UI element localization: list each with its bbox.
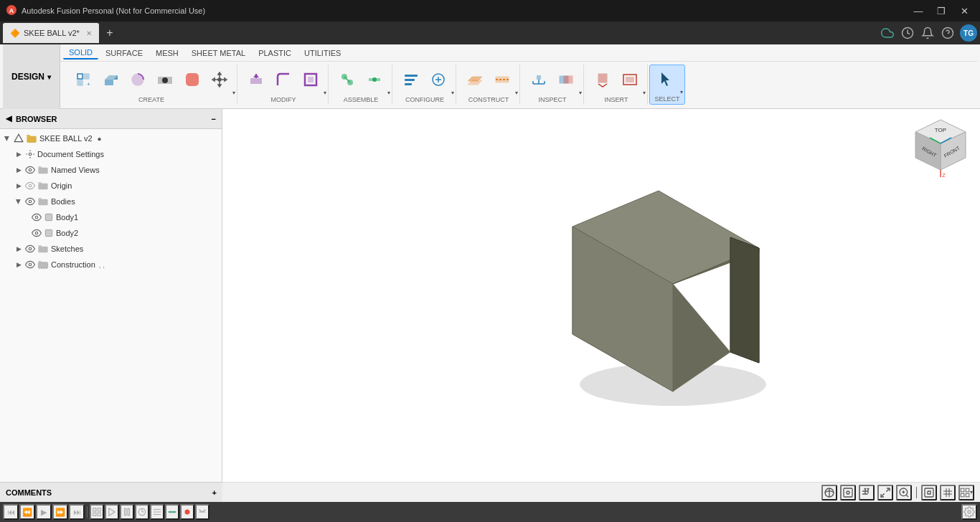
notifications-icon[interactable]	[920, 25, 936, 41]
offset-plane-button[interactable]	[462, 64, 488, 95]
extrude-button[interactable]	[98, 64, 123, 95]
grid-button[interactable]	[940, 485, 956, 500]
joint-origin-button[interactable]	[362, 64, 387, 95]
timeline-btn-2[interactable]	[105, 504, 119, 520]
insert-derive-button[interactable]	[590, 64, 616, 95]
fit-button[interactable]	[877, 485, 893, 500]
modify-dropdown-arrow[interactable]: ▾	[324, 90, 326, 96]
design-button[interactable]: DESIGN ▾	[3, 44, 60, 109]
inspect-dropdown-arrow[interactable]: ▾	[579, 90, 582, 96]
pan-button[interactable]	[859, 485, 875, 500]
configure-dropdown-arrow[interactable]: ▾	[451, 90, 454, 96]
more-display-button[interactable]: ▾	[958, 485, 974, 500]
active-tab[interactable]: 🔶 SKEE BALL v2* ✕	[3, 23, 99, 43]
tab-utilities[interactable]: UTILITIES	[298, 47, 347, 59]
history-icon[interactable]	[900, 25, 915, 41]
tab-sheet-metal[interactable]: SHEET METAL	[186, 47, 251, 59]
comments-bar[interactable]: COMMENTS +	[0, 482, 222, 502]
tree-item-bodies[interactable]: ▶ Bodies	[0, 194, 222, 209]
orbit-button[interactable]	[821, 485, 837, 500]
revolve-button[interactable]	[125, 64, 151, 95]
timeline-btn-1[interactable]	[90, 504, 104, 520]
browser-collapse-icon[interactable]: ◀	[6, 114, 11, 123]
measure-button[interactable]	[526, 64, 552, 95]
look-at-button[interactable]	[840, 485, 856, 500]
modify-group: MODIFY ▾	[239, 65, 329, 105]
settings-button[interactable]	[961, 504, 977, 520]
interference-button[interactable]	[553, 64, 579, 95]
fillet-button[interactable]	[179, 64, 205, 95]
tab-close-icon[interactable]: ✕	[86, 29, 92, 37]
tree-item-root[interactable]: ▶ SKEE BALL v2 ●	[0, 130, 222, 146]
display-mode-button[interactable]	[921, 485, 937, 500]
tree-item-doc-settings[interactable]: ▶ Document Settings	[0, 146, 222, 162]
canvas-button[interactable]	[617, 64, 643, 95]
construct-group: CONSTRUCT ▾	[458, 65, 520, 105]
timeline-btn-4[interactable]	[135, 504, 149, 520]
tab-mesh[interactable]: MESH	[150, 47, 184, 59]
tree-item-sketches[interactable]: ▶ Sketches	[0, 241, 222, 257]
next-frame-button[interactable]: ⏩	[52, 504, 68, 520]
timeline-btn-5[interactable]	[150, 504, 164, 520]
comments-add-icon[interactable]: +	[212, 488, 217, 497]
change-param-icon	[430, 71, 447, 88]
tree-item-body2[interactable]: Body2	[0, 225, 222, 241]
timeline-btn-7[interactable]	[180, 504, 194, 520]
new-component-button[interactable]: +	[70, 64, 96, 95]
cloud-icon[interactable]	[880, 25, 895, 41]
viewport[interactable]: TOP FRONT RIGHT Z	[222, 109, 980, 482]
nav-cube-container[interactable]: TOP FRONT RIGHT Z	[908, 116, 973, 182]
assemble-label: ASSEMBLE	[344, 96, 379, 103]
insert-dropdown-arrow[interactable]: ▾	[643, 90, 646, 96]
browser-minus-icon[interactable]: −	[212, 115, 216, 123]
tree-item-origin[interactable]: ▶ Origin	[0, 178, 222, 194]
svg-marker-20	[253, 74, 259, 77]
timeline-btn-8[interactable]	[195, 504, 209, 520]
tree-item-construction[interactable]: ▶ Construction , ,	[0, 257, 222, 272]
create-dropdown-arrow[interactable]: ▾	[232, 90, 235, 96]
browser-header[interactable]: ◀ BROWSER −	[0, 109, 222, 129]
parameters-button[interactable]	[398, 64, 424, 95]
svg-marker-104	[109, 508, 115, 516]
arrow-right-sketches-icon: ▶	[14, 245, 23, 253]
first-frame-button[interactable]: ⏮	[3, 504, 19, 520]
hole-button[interactable]	[152, 64, 178, 95]
svg-rect-48	[27, 136, 36, 143]
assemble-dropdown-arrow[interactable]: ▾	[387, 90, 390, 96]
select-button[interactable]	[654, 64, 680, 95]
shell-button[interactable]	[298, 64, 324, 95]
folder-sketches-icon	[37, 244, 49, 254]
construct-dropdown-arrow[interactable]: ▾	[515, 90, 518, 96]
tree-item-body1[interactable]: Body1	[0, 209, 222, 225]
midplane-button[interactable]	[489, 64, 515, 95]
restore-button[interactable]: ❐	[931, 4, 951, 18]
timeline-btn-3[interactable]	[120, 504, 134, 520]
tab-solid[interactable]: SOLID	[63, 47, 98, 60]
gear-icon	[25, 149, 35, 159]
change-param-button[interactable]	[425, 64, 451, 95]
close-button[interactable]: ✕	[954, 4, 974, 18]
prev-frame-button[interactable]: ⏪	[19, 504, 35, 520]
svg-rect-99	[966, 493, 969, 497]
tab-surface[interactable]: SURFACE	[100, 47, 149, 59]
last-frame-button[interactable]: ⏭	[69, 504, 85, 520]
timeline-btn-6[interactable]	[165, 504, 179, 520]
user-avatar[interactable]: TG	[960, 24, 977, 42]
nav-cube[interactable]: TOP FRONT RIGHT Z	[908, 116, 973, 181]
new-joint-button[interactable]	[334, 64, 360, 95]
tab-plastic[interactable]: PLASTIC	[253, 47, 297, 59]
play-button[interactable]: ▶	[36, 504, 52, 520]
arrow-right-doc-icon: ▶	[14, 150, 23, 158]
press-pull-button[interactable]	[243, 64, 269, 95]
select-dropdown-arrow[interactable]: ▾	[680, 89, 683, 95]
add-tab-button[interactable]: +	[102, 25, 118, 41]
move-button[interactable]	[207, 64, 232, 95]
minimize-button[interactable]: —	[908, 4, 928, 18]
fillet-modify-button[interactable]	[270, 64, 296, 95]
browser-panel: ◀ BROWSER − ▶ SKEE BALL v2 ● ▶ Document …	[0, 109, 222, 482]
tree-label-root: SKEE BALL v2	[39, 134, 93, 143]
tree-item-named-views[interactable]: ▶ Named Views	[0, 162, 222, 178]
app-icon: A	[6, 4, 17, 17]
help-icon[interactable]	[940, 25, 956, 41]
zoom-button[interactable]	[896, 485, 912, 500]
